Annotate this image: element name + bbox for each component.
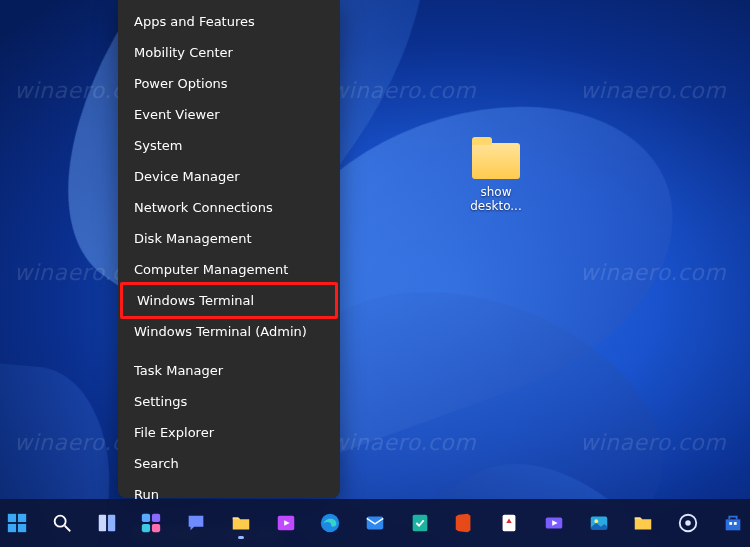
taskbar-item-solitaire[interactable] (492, 505, 527, 541)
winx-item-apps-features[interactable]: Apps and Features (118, 6, 340, 37)
photos-icon (588, 512, 610, 534)
taskbar-item-file-explorer[interactable] (224, 505, 259, 541)
winx-item-label: Mobility Center (134, 44, 233, 61)
svg-rect-3 (18, 524, 26, 532)
svg-rect-6 (99, 515, 106, 532)
taskbar-item-start[interactable] (0, 505, 35, 541)
winx-item-label: File Explorer (134, 424, 214, 441)
svg-line-5 (65, 526, 71, 532)
winx-item-computer-management[interactable]: Computer Management (118, 254, 340, 285)
winx-item-label: Apps and Features (134, 13, 255, 30)
svg-rect-9 (152, 514, 160, 522)
svg-point-4 (55, 516, 66, 527)
winx-item-task-manager[interactable]: Task Manager (118, 355, 340, 386)
winx-item-label: Computer Management (134, 261, 288, 278)
taskbar-item-edge[interactable] (313, 505, 348, 541)
winx-item-windows-terminal[interactable]: Windows Terminal (120, 282, 338, 319)
winx-item-file-explorer[interactable]: File Explorer (118, 417, 340, 448)
taskbar-item-mail[interactable] (358, 505, 393, 541)
start-icon (6, 512, 28, 534)
svg-point-21 (594, 519, 598, 523)
taskbar-item-settings-app[interactable] (671, 505, 706, 541)
taskbar-item-office[interactable] (447, 505, 482, 541)
svg-rect-25 (734, 522, 737, 525)
solitaire-icon (498, 512, 520, 534)
winx-item-label: Search (134, 455, 179, 472)
winx-item-system[interactable]: System (118, 130, 340, 161)
winx-item-label: Windows Terminal (137, 292, 254, 309)
winx-item-device-manager[interactable]: Device Manager (118, 161, 340, 192)
taskbar-item-photos[interactable] (581, 505, 616, 541)
svg-rect-1 (18, 514, 26, 522)
taskbar-item-store[interactable] (715, 505, 750, 541)
svg-rect-2 (8, 524, 16, 532)
edge-icon (319, 512, 341, 534)
file-explorer-icon (230, 512, 252, 534)
chat-icon (185, 512, 207, 534)
movies-icon (275, 512, 297, 534)
mail-icon (364, 512, 386, 534)
svg-rect-8 (142, 514, 150, 522)
taskbar-item-clipchamp[interactable] (536, 505, 571, 541)
svg-rect-7 (108, 515, 115, 532)
winx-item-label: Windows Terminal (Admin) (134, 323, 307, 340)
desktop-icon-label: show deskto... (457, 185, 535, 213)
taskbar-item-todo[interactable] (402, 505, 437, 541)
winx-item-disk-management[interactable]: Disk Management (118, 223, 340, 254)
svg-point-23 (685, 520, 691, 526)
svg-rect-15 (367, 517, 384, 530)
winx-item-windows-terminal-admin[interactable]: Windows Terminal (Admin) (118, 316, 340, 347)
svg-rect-0 (8, 514, 16, 522)
store-icon (722, 512, 744, 534)
folder-icon (472, 143, 520, 179)
winx-item-label: Power Options (134, 75, 228, 92)
folder-icon (632, 512, 654, 534)
watermark: winaero.com (580, 78, 726, 103)
winx-quick-menu: Apps and FeaturesMobility CenterPower Op… (118, 0, 340, 498)
taskbar-item-explorer-pinned[interactable] (626, 505, 661, 541)
taskbar-item-movies-tv[interactable] (268, 505, 303, 541)
svg-rect-10 (142, 524, 150, 532)
svg-point-14 (321, 514, 339, 532)
winx-item-settings[interactable]: Settings (118, 386, 340, 417)
winx-item-label: System (134, 137, 182, 154)
widgets-icon (140, 512, 162, 534)
winx-item-label: Settings (134, 393, 187, 410)
taskbar (0, 499, 750, 547)
taskbar-item-search[interactable] (45, 505, 80, 541)
winx-item-search[interactable]: Search (118, 448, 340, 479)
taskbar-item-chat[interactable] (179, 505, 214, 541)
office-icon (453, 512, 475, 534)
search-icon (51, 512, 73, 534)
taskbar-item-taskview[interactable] (89, 505, 124, 541)
desktop-icon-show-desktop[interactable]: show deskto... (457, 143, 535, 213)
desktop-wallpaper[interactable]: winaero.com winaero.com winaero.com wina… (0, 0, 750, 547)
settings-icon (677, 512, 699, 534)
winx-item-label: Disk Management (134, 230, 252, 247)
winx-item-label: Event Viewer (134, 106, 220, 123)
taskview-icon (96, 512, 118, 534)
winx-item-event-viewer[interactable]: Event Viewer (118, 99, 340, 130)
svg-rect-11 (152, 524, 160, 532)
winx-item-network-connections[interactable]: Network Connections (118, 192, 340, 223)
winx-item-mobility-center[interactable]: Mobility Center (118, 37, 340, 68)
winx-item-label: Device Manager (134, 168, 240, 185)
running-indicator (238, 536, 244, 539)
taskbar-item-widgets[interactable] (134, 505, 169, 541)
svg-rect-24 (729, 522, 732, 525)
clipchamp-icon (543, 512, 565, 534)
winx-item-label: Network Connections (134, 199, 273, 216)
svg-rect-16 (412, 515, 427, 532)
winx-item-power-options[interactable]: Power Options (118, 68, 340, 99)
todo-icon (409, 512, 431, 534)
winx-item-label: Task Manager (134, 362, 223, 379)
